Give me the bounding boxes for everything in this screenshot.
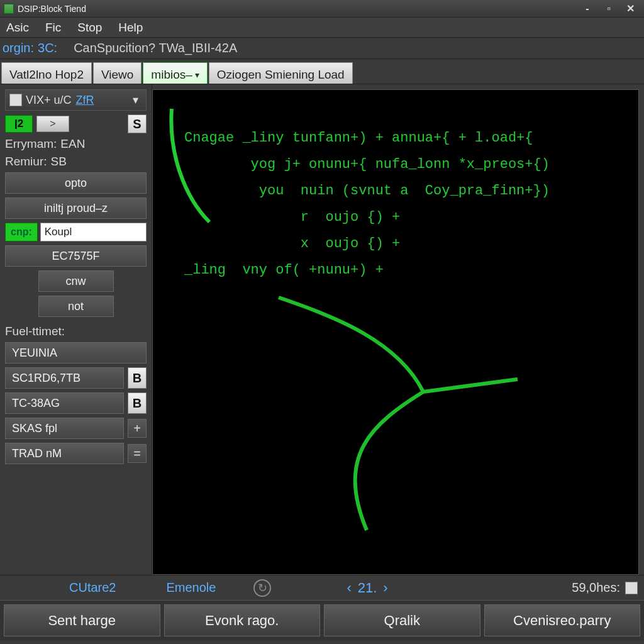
filter-icon[interactable]: ▾ (127, 92, 143, 108)
info-val1: 3C: (38, 41, 57, 55)
menu-stop[interactable]: Stop (77, 21, 102, 35)
tab-row: Vatl2lno Hop2 Viewo mibios–▾ Oziogen Smi… (0, 59, 644, 84)
maximize-button[interactable]: ▫ (601, 3, 616, 14)
errymam-label: Errymam: (5, 137, 57, 151)
s-button[interactable]: S (128, 114, 147, 133)
list-skas[interactable]: SKAS fpl (5, 418, 124, 439)
status-nav: ‹ 21. › (347, 580, 387, 596)
next-icon[interactable]: › (383, 580, 387, 596)
remiur-row: Remiur: SB (5, 155, 147, 169)
plus-button[interactable]: + (128, 419, 147, 438)
remiur-label: Remiur: (5, 155, 47, 169)
sidebar-header-label: VIX+ u/C ZfR (26, 94, 127, 107)
status-right: 59,0hes: (572, 580, 638, 595)
menu-help[interactable]: Help (118, 21, 143, 35)
menu-fic[interactable]: Fic (45, 21, 61, 35)
fuel-label: Fuel-ttimet: (5, 325, 147, 338)
workspace: VIX+ u/C ZfR ▾ |2 > S Errymam: EAN Remiu… (0, 84, 644, 575)
curve-glyph-2 (260, 279, 524, 545)
info-val2: CanSpucition? TWa_IBII-42A (74, 41, 237, 55)
tc-b-button[interactable]: B (128, 392, 147, 414)
status-checkbox[interactable] (625, 582, 638, 594)
evonk-rago-button[interactable]: Evonk rago. (164, 604, 321, 636)
tab-mibios[interactable]: mibios–▾ (143, 62, 207, 84)
chevron-down-icon: ▾ (195, 70, 199, 80)
info-row: orgin: 3C: CanSpucition? TWa_IBII-42A (0, 38, 644, 59)
status-bar: CUtare2 Emenole ↻ ‹ 21. › 59,0hes: (0, 575, 644, 600)
not-button[interactable]: not (38, 296, 114, 317)
refresh-icon[interactable]: ↻ (253, 579, 271, 597)
list-yeuinia[interactable]: YEUINIA (5, 342, 147, 364)
tab-viewo[interactable]: Viewo (93, 62, 142, 84)
iniltj-button[interactable]: iniltj proud–z (5, 197, 147, 219)
menu-asic[interactable]: Asic (6, 21, 29, 35)
close-button[interactable]: ✕ (623, 3, 638, 14)
list-sc[interactable]: SC1RD6,7TB (5, 367, 124, 389)
cnp-badge: cnp: (5, 223, 38, 242)
cnp-row: cnp: Koupl (5, 223, 147, 242)
window-controls: - ▫ ✕ (580, 3, 638, 14)
titlebar: DSIP:Block Tiend - ▫ ✕ (0, 0, 644, 18)
status-cutare[interactable]: CUtare2 (69, 580, 116, 595)
sidebar: VIX+ u/C ZfR ▾ |2 > S Errymam: EAN Remiu… (0, 84, 152, 575)
prev-icon[interactable]: ‹ (347, 580, 351, 596)
list-trad[interactable]: TRAD nM (5, 443, 124, 464)
info-label: orgin: (3, 41, 34, 55)
bottom-bar: Sent harge Evonk rago. Qralik Cvenisreo.… (0, 600, 644, 640)
sidebar-checkbox[interactable] (9, 94, 22, 106)
arrow-button[interactable]: > (36, 116, 69, 132)
cnw-button[interactable]: cnw (38, 270, 114, 292)
qralik-button[interactable]: Qralik (324, 604, 480, 636)
sidebar-num-row: |2 > S (5, 114, 147, 133)
cvenisreo-button[interactable]: Cvenisreo.parry (484, 604, 641, 636)
sc-b-button[interactable]: B (128, 367, 147, 389)
minimize-button[interactable]: - (580, 3, 595, 14)
window-title: DSIP:Block Tiend (18, 4, 580, 14)
errymam-value: EAN (60, 137, 85, 151)
sidebar-header: VIX+ u/C ZfR ▾ (5, 89, 147, 111)
page-number: 21. (358, 580, 377, 596)
menubar: Asic Fic Stop Help (0, 18, 644, 38)
remiur-value: SB (51, 155, 67, 169)
num-badge[interactable]: |2 (5, 115, 33, 133)
app-icon (4, 4, 14, 14)
status-right-value: 59,0hes: (572, 580, 620, 595)
errymam-row: Errymam: EAN (5, 137, 147, 151)
status-emenole[interactable]: Emenole (166, 580, 216, 595)
terminal-area[interactable]: Cnagae _liny tunfann+) + annua+{ + l.oad… (152, 89, 639, 575)
equals-button[interactable]: = (128, 444, 147, 463)
curve-glyph-1 (165, 103, 222, 231)
list-tc[interactable]: TC-38AG (5, 392, 124, 414)
tab-vatl2lno[interactable]: Vatl2lno Hop2 (1, 62, 92, 84)
tab-oziogen[interactable]: Oziogen Smiening Load (209, 62, 353, 84)
ec-button[interactable]: EC7575F (5, 245, 147, 267)
opto-button[interactable]: opto (5, 172, 147, 194)
cnp-input[interactable]: Koupl (40, 223, 147, 242)
sent-harge-button[interactable]: Sent harge (4, 604, 160, 636)
